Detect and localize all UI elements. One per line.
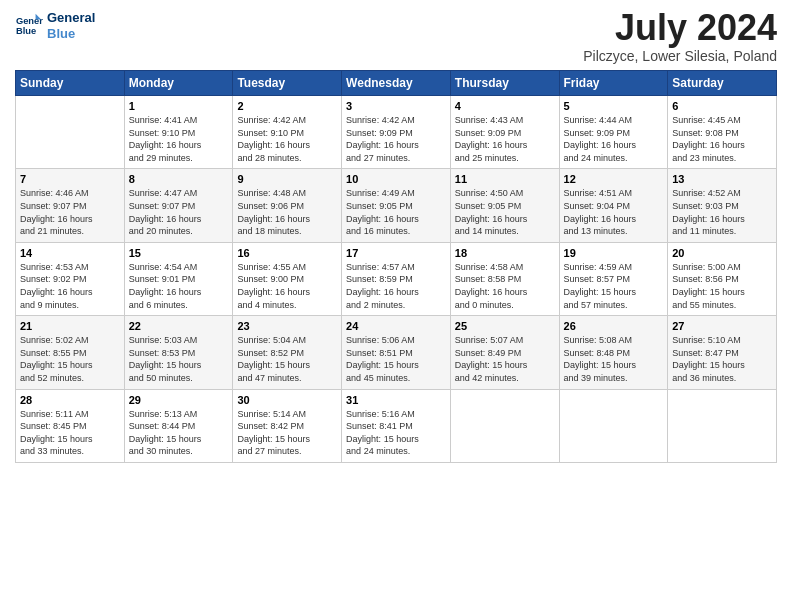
week-row-4: 21Sunrise: 5:02 AM Sunset: 8:55 PM Dayli… [16,316,777,389]
day-info: Sunrise: 4:45 AM Sunset: 9:08 PM Dayligh… [672,114,772,164]
day-number: 10 [346,173,446,185]
day-info: Sunrise: 4:54 AM Sunset: 9:01 PM Dayligh… [129,261,229,311]
cell-week2-day3: 9Sunrise: 4:48 AM Sunset: 9:06 PM Daylig… [233,169,342,242]
cell-week5-day6 [559,389,668,462]
day-number: 29 [129,394,229,406]
day-info: Sunrise: 5:16 AM Sunset: 8:41 PM Dayligh… [346,408,446,458]
day-info: Sunrise: 4:52 AM Sunset: 9:03 PM Dayligh… [672,187,772,237]
day-info: Sunrise: 4:58 AM Sunset: 8:58 PM Dayligh… [455,261,555,311]
logo-text: General [47,10,95,26]
cell-week4-day6: 26Sunrise: 5:08 AM Sunset: 8:48 PM Dayli… [559,316,668,389]
col-saturday: Saturday [668,71,777,96]
day-number: 13 [672,173,772,185]
day-info: Sunrise: 4:46 AM Sunset: 9:07 PM Dayligh… [20,187,120,237]
day-info: Sunrise: 4:53 AM Sunset: 9:02 PM Dayligh… [20,261,120,311]
cell-week5-day1: 28Sunrise: 5:11 AM Sunset: 8:45 PM Dayli… [16,389,125,462]
cell-week2-day7: 13Sunrise: 4:52 AM Sunset: 9:03 PM Dayli… [668,169,777,242]
cell-week2-day1: 7Sunrise: 4:46 AM Sunset: 9:07 PM Daylig… [16,169,125,242]
header-row: Sunday Monday Tuesday Wednesday Thursday… [16,71,777,96]
col-friday: Friday [559,71,668,96]
day-number: 11 [455,173,555,185]
day-info: Sunrise: 4:48 AM Sunset: 9:06 PM Dayligh… [237,187,337,237]
day-number: 20 [672,247,772,259]
day-number: 8 [129,173,229,185]
logo: General Blue General Blue [15,10,95,41]
header-area: General Blue General Blue July 2024 Pilc… [15,10,777,64]
day-info: Sunrise: 5:14 AM Sunset: 8:42 PM Dayligh… [237,408,337,458]
cell-week3-day7: 20Sunrise: 5:00 AM Sunset: 8:56 PM Dayli… [668,242,777,315]
cell-week1-day5: 4Sunrise: 4:43 AM Sunset: 9:09 PM Daylig… [450,96,559,169]
col-thursday: Thursday [450,71,559,96]
day-info: Sunrise: 5:06 AM Sunset: 8:51 PM Dayligh… [346,334,446,384]
cell-week2-day4: 10Sunrise: 4:49 AM Sunset: 9:05 PM Dayli… [342,169,451,242]
day-number: 3 [346,100,446,112]
day-info: Sunrise: 4:42 AM Sunset: 9:10 PM Dayligh… [237,114,337,164]
day-info: Sunrise: 4:49 AM Sunset: 9:05 PM Dayligh… [346,187,446,237]
day-info: Sunrise: 4:42 AM Sunset: 9:09 PM Dayligh… [346,114,446,164]
day-info: Sunrise: 4:41 AM Sunset: 9:10 PM Dayligh… [129,114,229,164]
col-wednesday: Wednesday [342,71,451,96]
cell-week3-day6: 19Sunrise: 4:59 AM Sunset: 8:57 PM Dayli… [559,242,668,315]
day-number: 26 [564,320,664,332]
day-number: 4 [455,100,555,112]
day-info: Sunrise: 4:50 AM Sunset: 9:05 PM Dayligh… [455,187,555,237]
col-sunday: Sunday [16,71,125,96]
day-number: 17 [346,247,446,259]
logo-subtext: Blue [47,26,95,42]
day-number: 14 [20,247,120,259]
day-number: 23 [237,320,337,332]
calendar-table: Sunday Monday Tuesday Wednesday Thursday… [15,70,777,463]
day-info: Sunrise: 5:08 AM Sunset: 8:48 PM Dayligh… [564,334,664,384]
cell-week1-day4: 3Sunrise: 4:42 AM Sunset: 9:09 PM Daylig… [342,96,451,169]
day-info: Sunrise: 4:43 AM Sunset: 9:09 PM Dayligh… [455,114,555,164]
cell-week1-day7: 6Sunrise: 4:45 AM Sunset: 9:08 PM Daylig… [668,96,777,169]
day-number: 19 [564,247,664,259]
cell-week5-day2: 29Sunrise: 5:13 AM Sunset: 8:44 PM Dayli… [124,389,233,462]
title-area: July 2024 Pilczyce, Lower Silesia, Polan… [583,10,777,64]
day-info: Sunrise: 4:59 AM Sunset: 8:57 PM Dayligh… [564,261,664,311]
day-info: Sunrise: 4:57 AM Sunset: 8:59 PM Dayligh… [346,261,446,311]
day-info: Sunrise: 5:03 AM Sunset: 8:53 PM Dayligh… [129,334,229,384]
day-info: Sunrise: 4:47 AM Sunset: 9:07 PM Dayligh… [129,187,229,237]
cell-week2-day6: 12Sunrise: 4:51 AM Sunset: 9:04 PM Dayli… [559,169,668,242]
cell-week1-day1 [16,96,125,169]
cell-week5-day3: 30Sunrise: 5:14 AM Sunset: 8:42 PM Dayli… [233,389,342,462]
calendar-container: General Blue General Blue July 2024 Pilc… [0,0,792,473]
day-number: 12 [564,173,664,185]
logo-icon: General Blue [15,12,43,40]
col-monday: Monday [124,71,233,96]
day-number: 5 [564,100,664,112]
day-number: 2 [237,100,337,112]
week-row-2: 7Sunrise: 4:46 AM Sunset: 9:07 PM Daylig… [16,169,777,242]
cell-week2-day2: 8Sunrise: 4:47 AM Sunset: 9:07 PM Daylig… [124,169,233,242]
cell-week5-day5 [450,389,559,462]
day-number: 24 [346,320,446,332]
day-number: 15 [129,247,229,259]
cell-week3-day1: 14Sunrise: 4:53 AM Sunset: 9:02 PM Dayli… [16,242,125,315]
cell-week3-day2: 15Sunrise: 4:54 AM Sunset: 9:01 PM Dayli… [124,242,233,315]
day-info: Sunrise: 4:51 AM Sunset: 9:04 PM Dayligh… [564,187,664,237]
day-info: Sunrise: 5:10 AM Sunset: 8:47 PM Dayligh… [672,334,772,384]
week-row-1: 1Sunrise: 4:41 AM Sunset: 9:10 PM Daylig… [16,96,777,169]
cell-week4-day7: 27Sunrise: 5:10 AM Sunset: 8:47 PM Dayli… [668,316,777,389]
day-info: Sunrise: 5:13 AM Sunset: 8:44 PM Dayligh… [129,408,229,458]
day-info: Sunrise: 5:07 AM Sunset: 8:49 PM Dayligh… [455,334,555,384]
day-number: 30 [237,394,337,406]
day-info: Sunrise: 5:02 AM Sunset: 8:55 PM Dayligh… [20,334,120,384]
cell-week4-day5: 25Sunrise: 5:07 AM Sunset: 8:49 PM Dayli… [450,316,559,389]
month-title: July 2024 [583,10,777,46]
cell-week4-day4: 24Sunrise: 5:06 AM Sunset: 8:51 PM Dayli… [342,316,451,389]
day-number: 7 [20,173,120,185]
cell-week1-day2: 1Sunrise: 4:41 AM Sunset: 9:10 PM Daylig… [124,96,233,169]
day-info: Sunrise: 4:44 AM Sunset: 9:09 PM Dayligh… [564,114,664,164]
svg-text:Blue: Blue [16,26,36,36]
cell-week4-day3: 23Sunrise: 5:04 AM Sunset: 8:52 PM Dayli… [233,316,342,389]
day-number: 22 [129,320,229,332]
cell-week3-day4: 17Sunrise: 4:57 AM Sunset: 8:59 PM Dayli… [342,242,451,315]
col-tuesday: Tuesday [233,71,342,96]
cell-week1-day6: 5Sunrise: 4:44 AM Sunset: 9:09 PM Daylig… [559,96,668,169]
cell-week5-day7 [668,389,777,462]
day-number: 31 [346,394,446,406]
day-number: 28 [20,394,120,406]
cell-week3-day5: 18Sunrise: 4:58 AM Sunset: 8:58 PM Dayli… [450,242,559,315]
